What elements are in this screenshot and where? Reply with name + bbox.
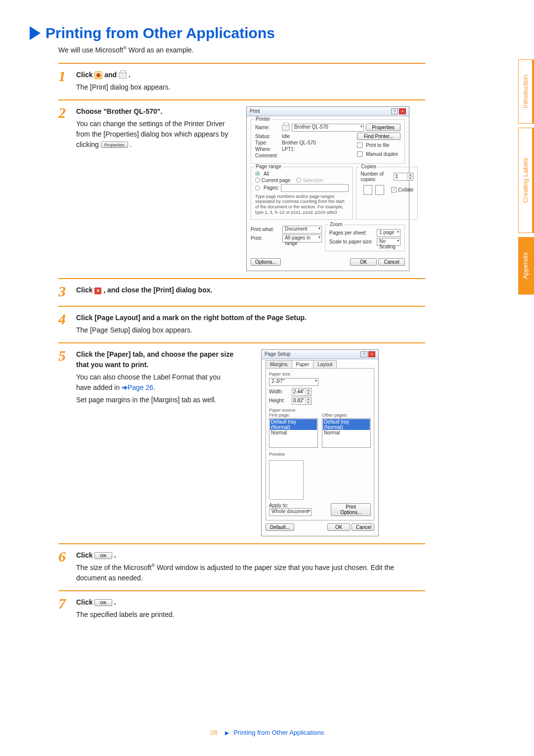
footer-arrow-icon: ▶ bbox=[225, 730, 229, 736]
page-range-group: Page range All Current page Selection Pa… bbox=[251, 167, 353, 220]
collate-checkbox[interactable]: ✓Collate bbox=[391, 187, 413, 192]
manual-duplex-checkbox[interactable]: Manual duplex bbox=[357, 151, 400, 157]
page-title: Printing from Other Applications bbox=[45, 25, 275, 42]
collate-label: Collate bbox=[398, 187, 413, 192]
paper-size-value: 2-3/7" bbox=[271, 378, 284, 384]
print-what-select[interactable]: Document bbox=[282, 226, 322, 234]
print-dialog: Print ? × Printer Name: Brother Q bbox=[246, 106, 409, 271]
divider bbox=[58, 543, 425, 544]
close-icon[interactable]: × bbox=[368, 351, 375, 357]
step-2-heading: Choose "Brother QL-570". bbox=[76, 106, 236, 117]
width-value[interactable] bbox=[292, 388, 305, 395]
first-page-listbox[interactable]: Default tray (Normal) Normal bbox=[269, 418, 318, 448]
ok-button[interactable]: OK bbox=[350, 258, 377, 266]
txt: Click bbox=[76, 551, 94, 559]
link-arrow-icon: ➔ bbox=[122, 383, 128, 391]
tab-paper[interactable]: Paper bbox=[292, 360, 314, 368]
ok-button[interactable]: OK bbox=[327, 523, 350, 531]
txt: . bbox=[130, 141, 132, 148]
step-5-container: 5 Click the [Paper] tab, and choose the … bbox=[58, 349, 425, 536]
printer-name-select[interactable]: Brother QL-570 bbox=[292, 124, 364, 132]
txt: Click bbox=[76, 286, 94, 294]
txt: Click bbox=[76, 598, 94, 606]
zoom-group: Zoom Pages per sheet:1 page Scale to pap… bbox=[325, 225, 405, 251]
preview-label: Preview bbox=[269, 452, 371, 457]
copies-spinner[interactable]: ▴▾ bbox=[394, 173, 413, 181]
tab-margins[interactable]: Margins bbox=[266, 360, 292, 368]
tray-normal-option[interactable]: Normal bbox=[323, 430, 370, 435]
tray-normal-option[interactable]: Normal bbox=[270, 430, 317, 435]
divider bbox=[58, 278, 425, 279]
pages-input[interactable] bbox=[281, 184, 349, 192]
divider bbox=[58, 590, 425, 591]
step-7-text: The specified labels are printed. bbox=[76, 610, 425, 620]
txt: . bbox=[114, 598, 116, 606]
close-icon[interactable]: × bbox=[399, 108, 406, 114]
dialog-title: Page Setup bbox=[265, 351, 290, 357]
heading-arrow-icon bbox=[30, 26, 41, 40]
apply-to-label: Apply to: bbox=[269, 503, 288, 508]
radio-selection[interactable]: Selection bbox=[296, 178, 323, 183]
txt: . bbox=[114, 551, 116, 559]
side-tab-introduction[interactable]: Introduction bbox=[518, 59, 534, 124]
print-options-button[interactable]: Print Options... bbox=[331, 503, 371, 516]
print-pages-select[interactable]: All pages in range bbox=[282, 235, 322, 242]
help-icon[interactable]: ? bbox=[360, 351, 367, 357]
page-26-link[interactable]: Page 26 bbox=[128, 383, 153, 391]
other-pages-listbox[interactable]: Default tray (Normal) Normal bbox=[322, 418, 371, 448]
side-tab-appendix[interactable]: Appendix bbox=[518, 237, 534, 294]
properties-button[interactable]: Properties bbox=[366, 124, 400, 131]
radio-pages[interactable]: Pages: bbox=[255, 184, 349, 192]
radio-all[interactable]: All bbox=[255, 171, 349, 177]
tray-default-option[interactable]: Default tray (Normal) bbox=[270, 419, 317, 430]
tray-default-option[interactable]: Default tray (Normal) bbox=[323, 419, 370, 430]
default-button[interactable]: Default... bbox=[266, 523, 294, 531]
pps-select[interactable]: 1 page bbox=[377, 229, 400, 237]
step-7-heading: Click OK . bbox=[76, 597, 425, 608]
scale-select[interactable]: No Scaling bbox=[377, 238, 400, 246]
step-1-text: The [Print] dialog box appears. bbox=[76, 82, 425, 93]
step-3-heading: Click × , and close the [Print] dialog b… bbox=[76, 285, 425, 295]
printer-group: Printer Name: Brother QL-570 Properties … bbox=[251, 119, 405, 164]
apply-to-select[interactable]: Whole document bbox=[269, 508, 312, 516]
comment-label: Comment: bbox=[255, 153, 280, 158]
status-value: Idle bbox=[282, 134, 290, 139]
legend: Zoom bbox=[328, 222, 344, 227]
print-to-file-checkbox[interactable]: Print to file bbox=[357, 142, 400, 148]
name-label: Name: bbox=[255, 125, 280, 130]
options-button[interactable]: Options... bbox=[251, 258, 281, 266]
copies-value[interactable] bbox=[394, 173, 407, 180]
cancel-button[interactable]: Cancel bbox=[352, 523, 374, 531]
txt: . bbox=[153, 383, 155, 391]
intro-post: Word as an example. bbox=[127, 46, 194, 54]
pps-value: 1 page bbox=[379, 230, 395, 235]
step-number: 2 bbox=[58, 105, 76, 150]
step-4-heading: Click [Page Layout] and a mark on the ri… bbox=[76, 313, 425, 323]
step-number: 4 bbox=[58, 312, 76, 335]
tab-layout[interactable]: Layout bbox=[313, 360, 337, 368]
radio-current[interactable]: Current page bbox=[255, 178, 290, 183]
help-icon[interactable]: ? bbox=[391, 108, 398, 114]
legend: Page range bbox=[254, 164, 283, 169]
print-pages-value: All pages in range bbox=[285, 235, 311, 246]
step-5-text2: Set page margins in the [Margins] tab as… bbox=[76, 395, 236, 405]
side-tab-creating-labels[interactable]: Creating Labels bbox=[518, 128, 534, 233]
height-value[interactable] bbox=[292, 397, 305, 404]
height-spinner[interactable]: ▴▾ bbox=[292, 397, 312, 405]
office-button-icon bbox=[94, 71, 102, 79]
width-label: Width: bbox=[269, 389, 290, 394]
paper-size-select[interactable]: 2-3/7" bbox=[269, 378, 318, 386]
divider bbox=[58, 306, 425, 307]
divider bbox=[58, 63, 425, 64]
intro-text: We will use Microsoft® Word as an exampl… bbox=[58, 46, 425, 54]
first-page-label: First page: bbox=[269, 413, 318, 418]
find-printer-button[interactable]: Find Printer... bbox=[357, 133, 400, 140]
close-icon: × bbox=[94, 287, 101, 294]
tabs: Margins Paper Layout bbox=[266, 360, 374, 368]
pages-label: Pages: bbox=[264, 185, 279, 190]
where-label: Where: bbox=[255, 146, 280, 152]
width-spinner[interactable]: ▴▾ bbox=[292, 388, 312, 396]
print-what-value: Document bbox=[285, 226, 308, 232]
page-footer: 28 ▶ Printing from Other Applications bbox=[0, 729, 534, 736]
cancel-button[interactable]: Cancel bbox=[378, 258, 405, 266]
